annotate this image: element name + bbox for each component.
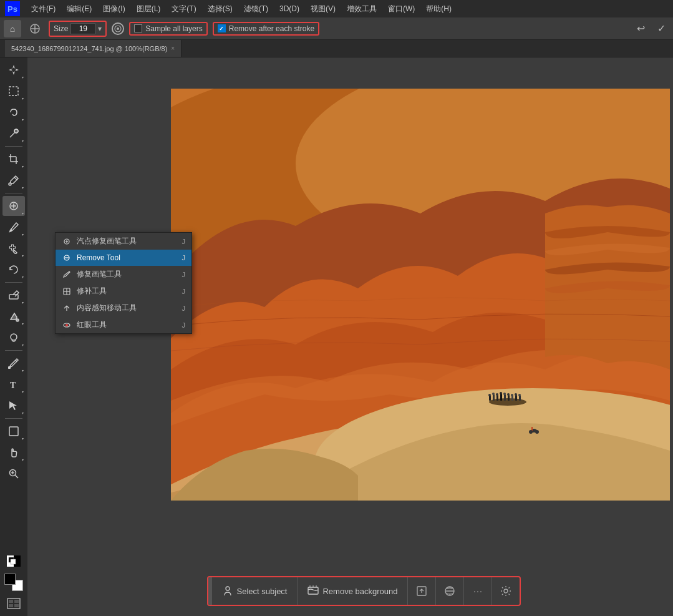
remove-after-each-stroke-group: Remove after each stroke bbox=[213, 22, 319, 36]
spot-healing-brush-label: 汽点修复画笔工具 bbox=[77, 236, 177, 247]
remove-tool-icon bbox=[62, 253, 72, 263]
svg-line-26 bbox=[16, 360, 17, 361]
red-eye-tool-menu-item[interactable]: 红眼工具 J bbox=[56, 316, 191, 333]
svg-rect-43 bbox=[14, 604, 19, 607]
svg-point-27 bbox=[9, 367, 11, 369]
path-selection-tool-button[interactable]: ▾ bbox=[2, 396, 25, 416]
crop-tool-button[interactable]: ▾ bbox=[2, 149, 25, 169]
zoom-tool-button[interactable] bbox=[2, 464, 25, 484]
patch-tool-menu-item[interactable]: 修补工具 J bbox=[56, 283, 191, 300]
svg-point-74 bbox=[511, 394, 513, 396]
magic-wand-tool-button[interactable]: ▾ bbox=[2, 124, 25, 144]
spot-healing-brush-menu-item[interactable]: 汽点修复画笔工具 J bbox=[56, 233, 191, 250]
shape-tool-button[interactable]: ▾ bbox=[2, 421, 25, 441]
svg-rect-40 bbox=[9, 600, 13, 603]
canvas-image bbox=[171, 89, 670, 501]
menu-layer[interactable]: 图层(L) bbox=[132, 2, 166, 16]
svg-point-19 bbox=[9, 183, 11, 185]
hand-tool-button[interactable]: ▾ bbox=[2, 442, 25, 462]
content-aware-move-label: 内容感知移动工具 bbox=[77, 303, 177, 313]
menu-3d[interactable]: 3D(D) bbox=[274, 3, 304, 14]
context-menu: 汽点修复画笔工具 J Remove Tool J bbox=[55, 232, 192, 334]
pen-tool-button[interactable]: ▾ bbox=[2, 353, 25, 373]
menu-image[interactable]: 图像(I) bbox=[98, 2, 130, 16]
svg-point-70 bbox=[496, 393, 498, 396]
sample-all-layers-checkbox[interactable] bbox=[134, 24, 142, 32]
svg-point-80 bbox=[535, 430, 539, 434]
svg-rect-61 bbox=[496, 395, 498, 401]
brush-options-icon[interactable] bbox=[112, 22, 124, 35]
undo-button[interactable]: ↩ bbox=[633, 21, 649, 36]
svg-rect-63 bbox=[504, 394, 506, 401]
eraser-tool-button[interactable]: ▾ bbox=[2, 285, 25, 305]
svg-rect-41 bbox=[14, 600, 19, 603]
tab-close-button[interactable]: × bbox=[171, 45, 175, 52]
tool-icon bbox=[26, 20, 44, 37]
menu-view[interactable]: 视图(V) bbox=[306, 2, 341, 16]
spot-healing-brush-icon bbox=[62, 237, 72, 247]
tab-bar: 542340_1686799012124_741.jpg @ 100%(RGB/… bbox=[0, 40, 673, 57]
fg-bg-color-button[interactable] bbox=[2, 572, 25, 592]
svg-marker-6 bbox=[9, 69, 19, 71]
confirm-button[interactable]: ✓ bbox=[654, 21, 669, 36]
patch-tool-shortcut: J bbox=[182, 288, 186, 295]
menu-file[interactable]: 文件(F) bbox=[26, 2, 61, 16]
document-tab[interactable]: 542340_1686799012124_741.jpg @ 100%(RGB/… bbox=[5, 40, 182, 57]
remove-tool-menu-item[interactable]: Remove Tool J bbox=[56, 250, 191, 266]
blur-tool-button[interactable]: ▾ bbox=[2, 328, 25, 348]
neural-filter-button[interactable] bbox=[436, 577, 463, 605]
select-subject-button[interactable]: Select subject bbox=[212, 580, 298, 603]
svg-point-68 bbox=[488, 394, 491, 396]
svg-rect-7 bbox=[9, 87, 18, 95]
settings-button[interactable] bbox=[492, 577, 520, 605]
gradient-tool-button[interactable]: ▾ bbox=[2, 306, 25, 326]
menu-select[interactable]: 选择(S) bbox=[203, 2, 238, 16]
size-label: Size bbox=[54, 24, 68, 33]
remove-background-button[interactable]: Remove background bbox=[298, 580, 407, 603]
remove-tool-label: Remove Tool bbox=[77, 253, 177, 262]
menu-edit[interactable]: 编辑(E) bbox=[62, 2, 97, 16]
svg-point-79 bbox=[529, 430, 533, 434]
remove-after-each-stroke-label: Remove after each stroke bbox=[229, 24, 314, 33]
tab-filename: 542340_1686799012124_741.jpg @ 100%(RGB/… bbox=[11, 45, 167, 52]
text-tool-button[interactable]: T ▾ bbox=[2, 374, 25, 394]
menu-type[interactable]: 文字(T) bbox=[167, 2, 201, 16]
red-eye-tool-shortcut: J bbox=[182, 321, 186, 329]
menu-window[interactable]: 窗口(W) bbox=[383, 2, 420, 16]
menu-help[interactable]: 帮助(H) bbox=[421, 2, 457, 16]
menu-filter[interactable]: 滤镜(T) bbox=[239, 2, 273, 16]
home-button[interactable]: ⌂ bbox=[4, 20, 21, 37]
move-tool-button[interactable]: ▾ bbox=[2, 60, 25, 80]
svg-point-73 bbox=[507, 393, 510, 396]
resize-canvas-button[interactable] bbox=[408, 577, 435, 605]
svg-point-76 bbox=[518, 394, 521, 396]
heal-tool-button[interactable]: ▾ bbox=[2, 196, 25, 216]
brush-tool-button[interactable]: ▾ bbox=[2, 217, 25, 237]
context-action-container: Select subject Remove background bbox=[207, 576, 521, 606]
lasso-tool-button[interactable]: ▾ bbox=[2, 102, 25, 122]
healing-brush-shortcut: J bbox=[182, 271, 186, 278]
size-dropdown-icon[interactable]: ▾ bbox=[98, 24, 102, 33]
svg-point-24 bbox=[16, 319, 19, 321]
options-bar: ⌂ Size ▾ Sample all layers Remove after … bbox=[0, 17, 673, 40]
screen-mode-button[interactable] bbox=[2, 594, 25, 614]
menu-bar: Ps 文件(F) 编辑(E) 图像(I) 图层(L) 文字(T) 选择(S) 滤… bbox=[0, 0, 673, 17]
history-brush-tool-button[interactable]: ▾ bbox=[2, 260, 25, 280]
menu-plugins[interactable]: 增效工具 bbox=[342, 2, 382, 16]
remove-after-each-stroke-checkbox[interactable] bbox=[218, 24, 226, 32]
more-options-button[interactable]: ··· bbox=[464, 577, 491, 605]
content-aware-move-icon bbox=[62, 303, 72, 313]
clone-stamp-tool-button[interactable]: ▾ bbox=[2, 238, 25, 258]
svg-rect-29 bbox=[9, 427, 18, 436]
toolbar-separator-4 bbox=[5, 350, 22, 351]
content-aware-move-menu-item[interactable]: 内容感知移动工具 J bbox=[56, 300, 191, 316]
eyedropper-tool-button[interactable]: ▾ bbox=[2, 170, 25, 190]
size-group: Size ▾ bbox=[49, 21, 107, 37]
healing-brush-menu-item[interactable]: 修复画笔工具 J bbox=[56, 266, 191, 283]
size-input[interactable] bbox=[70, 23, 95, 34]
quick-mask-button[interactable] bbox=[2, 551, 25, 571]
svg-rect-64 bbox=[508, 395, 510, 401]
bottom-action-bar: Select subject Remove background bbox=[55, 576, 673, 606]
rectangular-marquee-tool-button[interactable]: ▾ bbox=[2, 81, 25, 101]
svg-text:T: T bbox=[10, 381, 16, 390]
